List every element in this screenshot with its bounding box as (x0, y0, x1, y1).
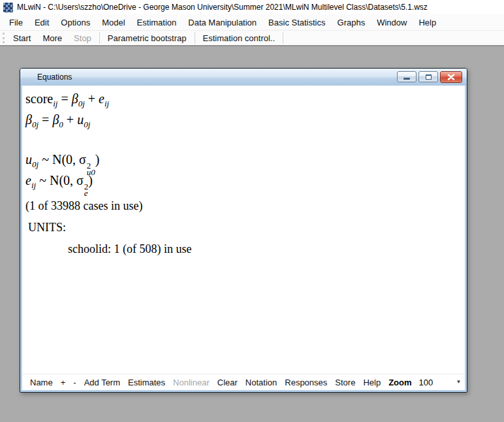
equations-notation-button[interactable]: Notation (242, 376, 281, 389)
toolbar-separator (195, 32, 195, 44)
window-controls (397, 71, 462, 83)
equations-nonlinear-button: Nonlinear (169, 376, 213, 389)
equations-help-button[interactable]: Help (359, 376, 385, 389)
equations-minus-button[interactable]: - (69, 376, 80, 389)
equation-response-line[interactable]: scoreij = β0j + eij (25, 90, 465, 111)
equation-intercept-line[interactable]: β0j = β0 + u0j (25, 111, 465, 132)
close-icon (447, 74, 455, 80)
toolbar-estimation-control-button[interactable]: Estimation control.. (197, 31, 281, 44)
cases-in-use-text: (1 of 33988 cases in use) (25, 197, 465, 214)
equations-estimates-button[interactable]: Estimates (124, 376, 169, 389)
mdi-workspace: Equations (0, 46, 504, 422)
equations-window: Equations (20, 68, 467, 393)
toolbar-start-button[interactable]: Start (7, 31, 37, 44)
toolbar-more-button[interactable]: More (37, 31, 68, 44)
menu-data-manipulation[interactable]: Data Manipulation (182, 14, 262, 30)
equations-add-term-button[interactable]: Add Term (80, 376, 124, 389)
menu-window[interactable]: Window (371, 14, 413, 30)
equations-toolbar-buttons: Name+-Add TermEstimatesNonlinearClearNot… (26, 376, 385, 389)
menu-options[interactable]: Options (55, 14, 96, 30)
equation-level1-variance-line[interactable]: eij ~ N(0, σ2e) (25, 172, 465, 193)
mlwin-app-icon (3, 3, 13, 12)
equation-level2-variance-line[interactable]: u0j ~ N(0, σ2u0) (25, 151, 465, 172)
main-window-title: MLwiN - C:\Users\szzho\OneDrive - George… (17, 3, 428, 12)
menu-help[interactable]: Help (413, 14, 442, 30)
mlwin-main-window: MLwiN - C:\Users\szzho\OneDrive - George… (0, 0, 504, 422)
menu-estimation[interactable]: Estimation (131, 14, 183, 30)
units-schoolid-detail: schoolid: 1 (of 508) in use (68, 240, 465, 257)
toolbar-separator (99, 32, 100, 44)
zoom-label: Zoom (385, 378, 414, 387)
equations-titlebar[interactable]: Equations (20, 69, 467, 86)
toolbar-parametric-bootstrap-button[interactable]: Parametric bootstrap (102, 31, 193, 44)
equations-name-button[interactable]: Name (26, 376, 57, 389)
chevron-down-icon: ▼ (456, 380, 462, 385)
estimation-toolbar: StartMoreStopParametric bootstrapEstimat… (0, 31, 504, 46)
zoom-combobox[interactable]: 100 ▼ (416, 376, 464, 389)
units-heading: UNITS: (28, 219, 465, 236)
menu-model[interactable]: Model (96, 14, 131, 30)
main-titlebar[interactable]: MLwiN - C:\Users\szzho\OneDrive - George… (0, 0, 504, 14)
restore-button[interactable] (418, 71, 438, 82)
equations-clear-button[interactable]: Clear (213, 376, 242, 389)
menu-edit[interactable]: Edit (29, 14, 55, 30)
equations-store-button[interactable]: Store (331, 376, 359, 389)
equations-toolbar: Name+-Add TermEstimatesNonlinearClearNot… (22, 374, 465, 390)
restore-icon (426, 74, 432, 80)
equations-content-area: scoreij = β0j + eij β0j = β0 + u0j u0j ~… (22, 86, 465, 374)
minimize-icon (403, 78, 410, 80)
equations-responses-button[interactable]: Responses (281, 376, 331, 389)
close-button[interactable] (440, 71, 462, 83)
equations-plus-button[interactable]: + (57, 376, 70, 389)
menubar: FileEditOptionsModelEstimationData Manip… (0, 14, 504, 31)
minimize-button[interactable] (397, 71, 417, 82)
toolbar-stop-button: Stop (68, 31, 97, 44)
zoom-value: 100 (419, 378, 433, 387)
menu-graphs[interactable]: Graphs (332, 14, 371, 30)
toolbar-separator (283, 32, 283, 44)
menu-file[interactable]: File (3, 14, 29, 30)
toolbar-grip-handle[interactable] (3, 33, 5, 43)
menu-basic-statistics[interactable]: Basic Statistics (262, 14, 331, 30)
equations-window-title: Equations (37, 73, 72, 82)
